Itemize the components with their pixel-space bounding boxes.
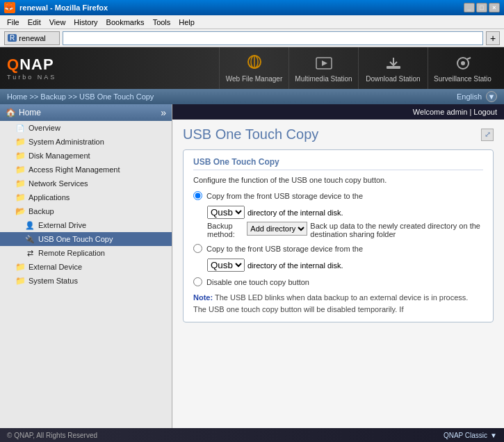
- qnap-classic-label: QNAP Classic: [444, 432, 487, 439]
- minimize-button[interactable]: _: [464, 3, 475, 13]
- option-row-3: Disable one touch copy button: [193, 277, 483, 286]
- multimedia-icon: [313, 54, 335, 74]
- sidebar-collapse-button[interactable]: »: [161, 107, 166, 118]
- sidebar-item-system-admin[interactable]: 📁 System Administration: [0, 135, 172, 149]
- download-station-icon: [382, 54, 405, 74]
- backup-folder-icon: 📂: [15, 206, 25, 216]
- option2-radio[interactable]: [193, 244, 202, 253]
- sidebar-system-admin-label: System Administration: [29, 138, 104, 146]
- menu-history[interactable]: History: [70, 17, 101, 28]
- breadcrumb-bar: Home >> Backup >> USB One Touch Copy Eng…: [0, 89, 504, 104]
- new-tab-button[interactable]: +: [486, 31, 500, 45]
- sidebar-item-backup[interactable]: 📂 Backup: [0, 204, 172, 218]
- backup-method-select[interactable]: Add directory: [247, 222, 307, 236]
- option1-text-before: Copy from the front USB storage device t…: [206, 192, 363, 200]
- expand-icon[interactable]: ⤢: [481, 129, 494, 141]
- surveillance-icon: [452, 54, 474, 74]
- page-content: USB One Touch Copy ⤢ USB One Touch Copy …: [172, 120, 504, 428]
- sidebar-home-label: Home: [19, 108, 41, 117]
- option2-select-row: Qusb directory of the internal disk.: [207, 259, 483, 272]
- nav-download[interactable]: Download Station: [358, 47, 428, 89]
- nav-multimedia[interactable]: Multimedia Station: [288, 47, 358, 89]
- option1-directory-select[interactable]: Qusb: [207, 206, 245, 219]
- sidebar-system-status-label: System Status: [29, 277, 78, 285]
- sidebar-item-access-right[interactable]: 📁 Access Right Management: [0, 163, 172, 177]
- sidebar-header: 🏠 Home »: [0, 104, 172, 121]
- sidebar-overview-label: Overview: [29, 124, 60, 132]
- firefox-icon: 🦊: [4, 2, 15, 13]
- sidebar-item-external-device[interactable]: 📁 External Device: [0, 260, 172, 274]
- network-svc-folder-icon: 📁: [15, 179, 25, 188]
- svg-point-7: [461, 61, 465, 65]
- option2-text-after: directory of the internal disk.: [247, 261, 343, 270]
- option1-radio[interactable]: [193, 191, 202, 200]
- address-input[interactable]: [63, 31, 483, 45]
- nav-web-file-label: Web File Manager: [226, 75, 283, 83]
- overview-icon: 📄: [15, 123, 25, 133]
- home-icon: 🏠: [6, 108, 16, 117]
- svg-line-8: [467, 58, 471, 59]
- address-bar: R renewal +: [0, 29, 504, 47]
- nav-surveillance[interactable]: Surveillance Statio: [428, 47, 497, 89]
- menu-tools[interactable]: Tools: [149, 17, 175, 28]
- sidebar-item-usb-one-touch[interactable]: 🔌 USB One Touch Copy: [0, 232, 172, 246]
- sidebar-external-drive-label: External Drive: [38, 221, 86, 229]
- sidebar-item-remote-replication[interactable]: ⇄ Remote Replication: [0, 246, 172, 260]
- note-text: Note: The USB LED blinks when data backu…: [193, 292, 483, 315]
- menu-bookmarks[interactable]: Bookmarks: [102, 17, 149, 28]
- address-label: R renewal: [4, 31, 60, 45]
- welcome-text: Welcome admin | Logout: [413, 108, 497, 116]
- nav-multimedia-label: Multimedia Station: [295, 75, 352, 83]
- menu-help[interactable]: Help: [174, 17, 199, 28]
- replication-icon: ⇄: [25, 248, 35, 258]
- language-dropdown-icon[interactable]: ▼: [486, 91, 497, 102]
- sidebar-usb-label: USB One Touch Copy: [38, 235, 113, 243]
- page-title-text: USB One Touch Copy: [183, 126, 318, 142]
- close-button[interactable]: ×: [489, 3, 500, 13]
- sidebar-remote-replication-label: Remote Replication: [38, 249, 105, 257]
- option-row-2: Copy to the front USB storage device fro…: [193, 244, 483, 253]
- page-title: USB One Touch Copy ⤢: [183, 126, 494, 142]
- sidebar-item-disk-mgmt[interactable]: 📁 Disk Management: [0, 149, 172, 163]
- qnap-classic-button[interactable]: QNAP Classic ▼: [444, 432, 497, 439]
- section-title: USB One Touch Copy: [193, 157, 483, 170]
- maximize-button[interactable]: □: [476, 3, 487, 13]
- copyright-text: © QNAP, All Rights Reserved: [7, 432, 97, 439]
- web-file-manager-icon: [243, 54, 266, 74]
- menu-file[interactable]: File: [3, 17, 24, 28]
- option1-text-after: directory of the internal disk.: [247, 208, 343, 217]
- external-device-folder-icon: 📁: [15, 262, 25, 272]
- welcome-bar: Welcome admin | Logout: [172, 104, 504, 120]
- content-area: Welcome admin | Logout USB One Touch Cop…: [172, 104, 504, 428]
- menu-edit[interactable]: Edit: [24, 17, 45, 28]
- sidebar-disk-mgmt-label: Disk Management: [29, 152, 90, 160]
- system-admin-folder-icon: 📁: [15, 137, 25, 147]
- backup-method-description: Back up data to the newly created direct…: [310, 222, 483, 238]
- menu-bar: File Edit View History Bookmarks Tools H…: [0, 15, 504, 29]
- logo-text: QNAP: [7, 56, 56, 74]
- option-row-1: Copy from the front USB storage device t…: [193, 191, 483, 200]
- backup-method-row: Backup method: Add directory Back up dat…: [207, 222, 483, 238]
- address-text: renewal: [19, 34, 46, 42]
- backup-method-label: Backup method:: [207, 222, 244, 238]
- language-selector[interactable]: English: [457, 92, 482, 101]
- window-titlebar: 🦊 renewal - Mozilla Firefox _ □ ×: [0, 0, 504, 15]
- nav-web-file-manager[interactable]: Web File Manager: [219, 47, 288, 89]
- usb-icon: 🔌: [25, 234, 35, 244]
- sidebar-item-overview[interactable]: 📄 Overview: [0, 121, 172, 135]
- nav-surveillance-label: Surveillance Statio: [434, 75, 491, 83]
- option2-text-before: Copy to the front USB storage device fro…: [206, 245, 363, 253]
- sidebar-external-device-label: External Device: [29, 263, 82, 271]
- window-title: renewal - Mozilla Firefox: [19, 3, 108, 12]
- sidebar-item-system-status[interactable]: 📁 System Status: [0, 274, 172, 288]
- sidebar-item-external-drive[interactable]: 👤 External Drive: [0, 218, 172, 232]
- applications-folder-icon: 📁: [15, 193, 25, 202]
- option2-directory-select[interactable]: Qusb: [207, 259, 245, 272]
- note-content: The USB LED blinks when data backup to a…: [193, 293, 468, 313]
- menu-view[interactable]: View: [45, 17, 70, 28]
- logo-subtitle: Turbo NAS: [7, 74, 56, 81]
- option3-radio[interactable]: [193, 277, 202, 286]
- sidebar-item-applications[interactable]: 📁 Applications: [0, 190, 172, 204]
- nav-icons: Web File Manager Multimedia Station Down…: [219, 47, 497, 89]
- sidebar-item-network-svc[interactable]: 📁 Network Services: [0, 177, 172, 190]
